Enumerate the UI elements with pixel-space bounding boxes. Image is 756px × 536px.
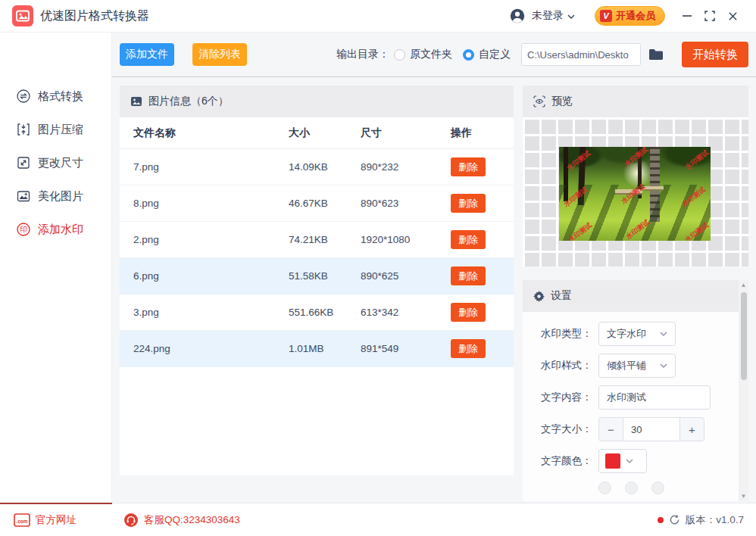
sidebar-item-label: 图片压缩 [38,123,83,137]
file-dims: 890*232 [361,161,451,173]
sidebar-item-label: 更改尺寸 [38,156,83,170]
color-picker[interactable] [598,449,647,473]
chevron-down-icon[interactable] [567,14,575,19]
toolbar-divider [112,76,756,77]
file-name: 6.png [133,270,289,282]
format-convert-icon [16,89,31,104]
sidebar-item-format-convert[interactable]: 格式转换 [0,85,111,108]
sidebar-item-label: 格式转换 [38,89,83,104]
file-dims: 890*623 [361,198,451,209]
text-size-label: 文字大小： [541,422,598,436]
table-row-selected[interactable]: 224.png 1.01MB 891*549 删除 [120,331,514,367]
color-swatch [605,453,620,469]
main-content: 添加文件 清除列表 输出目录： 原文件夹 自定义 开始转换 [112,33,756,503]
footer: .com 官方网址 客服QQ:3234303643 版本：v1.0.7 [0,503,756,536]
settings-scrollbar[interactable]: ▲ ▼ [739,280,748,501]
file-name: 224.png [133,343,289,354]
watermark-type-select[interactable]: 文字水印 [598,322,676,346]
preview-image[interactable]: 水印测试 水印测试 水印测试 水印测试 水印测试 水印测试 水印测试 水印测试 … [559,147,711,241]
table-header: 文件名称 大小 尺寸 操作 [120,117,514,149]
scrollbar-thumb[interactable] [741,292,747,380]
sidebar-item-image-compress[interactable]: 图片压缩 [0,118,111,141]
delete-button[interactable]: 删除 [451,303,486,322]
table-row[interactable]: 8.png 46.67KB 890*623 删除 [120,185,514,222]
sidebar-item-resize[interactable]: 更改尺寸 [0,151,111,174]
radio-unchecked-icon[interactable] [394,49,405,61]
customer-service-link[interactable]: 客服QQ:3234303643 [123,513,240,528]
radio-custom-folder[interactable]: 自定义 [463,48,511,61]
delete-button[interactable]: 删除 [451,157,486,176]
preview-eye-icon [533,95,545,108]
output-dir-label: 输出目录： [336,48,389,61]
minimize-button[interactable] [676,5,698,27]
sidebar: 格式转换 图片压缩 更改尺寸 美化图片 印 添加水印 [0,33,112,503]
open-vip-button[interactable]: V 开通会员 [595,6,665,26]
version-label: 版本：v1.0.7 [686,513,744,527]
app-window: 优速图片格式转换器 未登录 V 开通会员 [0,0,756,536]
file-dims: 891*549 [361,343,451,354]
close-button[interactable] [721,5,744,27]
watermark-text-input[interactable] [598,385,711,410]
watermark-style-select[interactable]: 倾斜平铺 [598,354,676,378]
vip-badge-icon: V [600,10,612,22]
vip-label: 开通会员 [616,9,655,23]
radio-original-folder[interactable]: 原文件夹 [394,48,452,61]
watermark-type-label: 水印类型： [541,327,598,341]
font-size-stepper: − + [598,417,704,441]
file-name: 7.png [133,161,289,173]
plus-button[interactable]: + [679,417,704,441]
file-dims: 890*625 [361,270,451,282]
chevron-down-icon [660,332,667,336]
compress-icon [16,122,31,137]
official-website-link[interactable]: .com 官方网址 [14,513,77,527]
scroll-up-icon[interactable]: ▲ [739,282,748,288]
table-row[interactable]: 3.png 551.66KB 613*342 删除 [120,294,514,331]
file-name: 8.png [133,198,289,209]
login-status[interactable]: 未登录 [532,9,564,23]
delete-button[interactable]: 删除 [451,194,486,213]
position-dot[interactable] [651,481,664,494]
delete-button[interactable]: 删除 [451,230,486,249]
sidebar-item-watermark[interactable]: 印 添加水印 [0,218,111,241]
file-size: 1.01MB [289,343,361,354]
file-size: 74.21KB [289,234,361,245]
delete-button[interactable]: 删除 [451,266,486,285]
table-row[interactable]: 2.png 74.21KB 1920*1080 删除 [120,222,514,258]
table-row[interactable]: 7.png 14.09KB 890*232 删除 [120,149,514,185]
file-panel-title: 图片信息（6个） [148,95,229,108]
text-color-label: 文字颜色： [541,454,598,468]
sidebar-item-beautify[interactable]: 美化图片 [0,185,111,207]
table-row-selected[interactable]: 6.png 51.58KB 890*625 删除 [120,258,514,294]
svg-text:印: 印 [20,225,27,233]
col-dims: 尺寸 [361,126,451,140]
add-files-button[interactable]: 添加文件 [120,43,174,66]
position-dot[interactable] [598,481,611,494]
col-size: 大小 [289,126,361,140]
clear-list-button[interactable]: 清除列表 [192,43,247,66]
maximize-button[interactable] [698,5,721,27]
file-panel-header: 图片信息（6个） [120,86,514,117]
settings-panel-title: 设置 [551,289,572,303]
file-name: 2.png [133,234,289,245]
sidebar-item-label: 美化图片 [38,189,83,204]
font-size-input[interactable] [623,417,679,441]
headset-icon [123,513,139,528]
footer-accent-line [0,503,112,504]
col-name: 文件名称 [133,126,289,140]
chevron-down-icon [626,459,633,463]
output-path-input[interactable] [521,43,641,66]
start-convert-button[interactable]: 开始转换 [682,42,748,67]
scroll-down-icon[interactable]: ▼ [739,493,748,500]
minus-button[interactable]: − [598,417,623,441]
user-avatar-icon[interactable] [509,8,526,24]
beautify-image-icon [16,189,31,204]
toolbar: 添加文件 清除列表 输出目录： 原文件夹 自定义 开始转换 [112,33,756,76]
radio-checked-icon[interactable] [463,49,474,61]
delete-button[interactable]: 删除 [451,339,486,358]
position-dot[interactable] [625,481,638,494]
position-dots [598,481,664,494]
park-bench [644,186,664,191]
version-info: 版本：v1.0.7 [658,513,744,527]
refresh-icon[interactable] [669,514,680,525]
folder-browse-icon[interactable] [648,48,664,61]
